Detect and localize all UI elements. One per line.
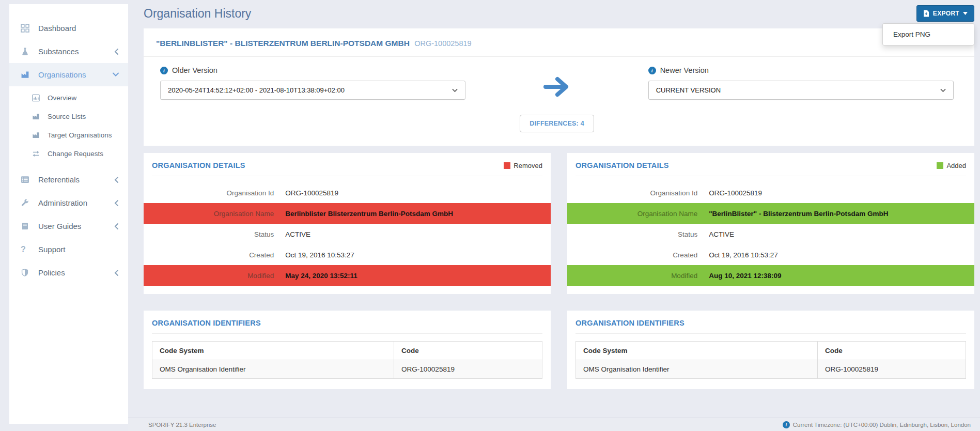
- table-row: OMS Organisation Identifier ORG-10002581…: [576, 360, 966, 379]
- dashboard-icon: [21, 24, 34, 33]
- detail-value: Berlinblister Blisterzentrum Berlin-Pots…: [274, 210, 453, 218]
- detail-label: Created: [144, 251, 274, 259]
- info-icon: i: [783, 421, 790, 428]
- sidebar-item-label: Substances: [38, 47, 79, 56]
- file-export-icon: [923, 10, 929, 17]
- organisation-id: ORG-100025819: [414, 39, 471, 48]
- organisations-submenu: Overview Source Lists Target Organisatio…: [9, 88, 128, 163]
- app-version: SPORIFY 21.3 Enterprise: [148, 422, 216, 428]
- sidebar-item-administration[interactable]: Administration: [9, 191, 128, 214]
- detail-label: Organisation Id: [144, 189, 274, 197]
- organisation-identifiers-panel-new: ORGANISATION IDENTIFIERS Code System Cod…: [567, 311, 974, 389]
- added-legend: Added: [937, 162, 966, 170]
- detail-value: ACTIVE: [274, 230, 310, 238]
- cell-code: ORG-100025819: [394, 360, 542, 379]
- cell-code: ORG-100025819: [818, 360, 966, 379]
- detail-row: Organisation Id ORG-100025819: [567, 182, 974, 203]
- column-header-code-system: Code System: [152, 342, 394, 360]
- shield-icon: [21, 268, 34, 277]
- detail-row-removed: Organisation Name Berlinblister Blisterz…: [144, 203, 551, 224]
- export-dropdown-menu: Export PNG: [882, 23, 974, 45]
- sidebar-item-organisations[interactable]: Organisations: [9, 63, 128, 86]
- removed-swatch: [504, 162, 510, 169]
- factory-icon: [32, 131, 43, 139]
- sidebar-item-source-lists[interactable]: Source Lists: [9, 107, 128, 126]
- detail-label: Modified: [144, 272, 274, 280]
- exchange-arrows-icon: [32, 150, 43, 158]
- factory-icon: [32, 113, 43, 120]
- page-title: Organisation History: [144, 7, 251, 21]
- sidebar-item-support[interactable]: ? Support: [9, 238, 128, 261]
- older-version-select[interactable]: 2020-05-24T14:52:12+02:00 - 2021-08-10T1…: [160, 81, 465, 100]
- chevron-left-icon: [114, 200, 119, 206]
- sidebar-item-label: Change Requests: [48, 150, 103, 158]
- chevron-down-icon: [452, 88, 458, 93]
- column-header-code: Code: [818, 342, 966, 360]
- detail-value: Oct 19, 2016 10:53:27: [697, 251, 778, 259]
- differences-badge[interactable]: DIFFERENCES: 4: [520, 115, 594, 132]
- newer-version-value: CURRENT VERSION: [656, 86, 721, 94]
- panel-title: ORGANISATION DETAILS: [575, 161, 669, 170]
- arrow-right-icon: [543, 75, 571, 100]
- sidebar-item-user-guides[interactable]: User Guides: [9, 214, 128, 238]
- organisation-details-panel-new: ORGANISATION DETAILS Added Organisation …: [567, 153, 974, 294]
- question-mark-icon: ?: [21, 245, 34, 254]
- detail-label: Modified: [567, 272, 697, 280]
- detail-row-added: Modified Aug 10, 2021 12:38:09: [567, 265, 974, 286]
- detail-label: Created: [567, 251, 697, 259]
- newer-version-column: i Newer Version CURRENT VERSION: [648, 66, 954, 132]
- sidebar-item-overview[interactable]: Overview: [9, 88, 128, 107]
- chevron-down-icon: [940, 88, 946, 93]
- detail-value: ORG-100025819: [274, 189, 338, 197]
- sidebar-item-label: Policies: [38, 268, 65, 277]
- bar-chart-icon: [32, 94, 43, 102]
- detail-row: Status ACTIVE: [567, 224, 974, 244]
- removed-legend: Removed: [504, 162, 542, 170]
- removed-legend-label: Removed: [514, 162, 542, 170]
- column-header-code-system: Code System: [576, 342, 818, 360]
- sidebar-item-label: Referentials: [38, 175, 80, 184]
- detail-label: Organisation Name: [567, 210, 697, 218]
- caret-down-icon: [963, 12, 968, 15]
- added-legend-label: Added: [946, 162, 966, 170]
- version-compare-card: "BERLINBLISTER" - BLISTERZENTRUM BERLIN-…: [144, 28, 974, 146]
- sidebar-item-label: Overview: [48, 94, 76, 102]
- detail-value: ACTIVE: [697, 230, 734, 238]
- book-icon: [21, 222, 34, 230]
- sidebar-item-label: Dashboard: [38, 24, 76, 33]
- detail-label: Status: [144, 230, 274, 238]
- chevron-left-icon: [114, 223, 119, 229]
- organisation-name: "BERLINBLISTER" - BLISTERZENTRUM BERLIN-…: [156, 39, 410, 48]
- detail-value: May 24, 2020 13:52:11: [274, 272, 357, 280]
- list-icon: [21, 175, 34, 184]
- detail-row: Organisation Id ORG-100025819: [144, 182, 551, 203]
- cell-code-system: OMS Organisation Identifier: [576, 360, 818, 379]
- organisation-identifiers-panel-old: ORGANISATION IDENTIFIERS Code System Cod…: [144, 311, 551, 389]
- chevron-left-icon: [114, 49, 119, 55]
- timezone-text: Current Timezone: (UTC+00:00) Dublin, Ed…: [793, 422, 971, 428]
- sidebar-item-target-organisations[interactable]: Target Organisations: [9, 126, 128, 144]
- info-icon: i: [160, 67, 168, 74]
- panel-title: ORGANISATION DETAILS: [152, 161, 245, 170]
- identifiers-table: Code System Code OMS Organisation Identi…: [152, 341, 542, 379]
- table-row: OMS Organisation Identifier ORG-10002581…: [152, 360, 542, 379]
- sidebar-item-policies[interactable]: Policies: [9, 261, 128, 284]
- added-swatch: [937, 162, 943, 169]
- detail-value: "BerlinBlister" - Blisterzentrum Berlin-…: [697, 210, 888, 218]
- export-button[interactable]: EXPORT: [916, 5, 974, 22]
- panel-title: ORGANISATION IDENTIFIERS: [152, 319, 261, 327]
- sidebar-item-change-requests[interactable]: Change Requests: [9, 144, 128, 163]
- sidebar-item-referentials[interactable]: Referentials: [9, 168, 128, 191]
- chevron-down-icon: [113, 72, 119, 77]
- sidebar-item-substances[interactable]: Substances: [9, 40, 128, 63]
- page-header: Organisation History EXPORT Export PNG: [144, 0, 974, 28]
- flask-icon: [21, 47, 34, 56]
- detail-row: Created Oct 19, 2016 10:53:27: [144, 244, 551, 265]
- newer-version-select[interactable]: CURRENT VERSION: [648, 81, 954, 100]
- sidebar-item-label: User Guides: [38, 222, 81, 230]
- export-png-menu-item[interactable]: Export PNG: [883, 26, 974, 42]
- organisation-header: "BERLINBLISTER" - BLISTERZENTRUM BERLIN-…: [144, 28, 974, 57]
- organisation-details-panel-old: ORGANISATION DETAILS Removed Organisatio…: [144, 153, 551, 294]
- footer: SPORIFY 21.3 Enterprise i Current Timezo…: [128, 418, 980, 431]
- sidebar-item-dashboard[interactable]: Dashboard: [9, 17, 128, 40]
